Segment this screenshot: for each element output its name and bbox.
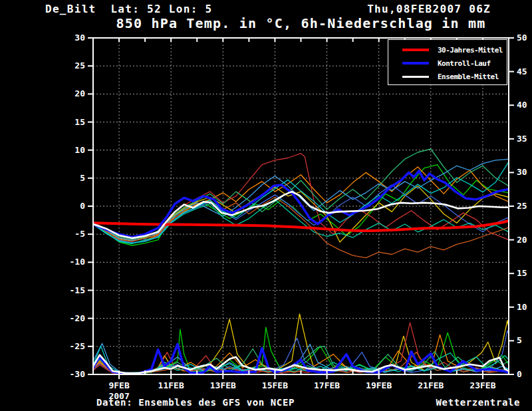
series-member-cyan — [93, 162, 509, 243]
legend-item: 30-Jahres-Mittel — [388, 43, 507, 57]
legend-label: Kontroll-Lauf — [438, 59, 491, 68]
axis-tick-label: -20 — [70, 313, 86, 323]
axis-tick-label: 25 — [74, 61, 85, 70]
series-member-seagreen — [93, 149, 509, 239]
legend-label: 30-Jahres-Mittel — [438, 46, 503, 55]
axis-tick-label: 20 — [517, 235, 527, 245]
axis-tick-label: 15 — [74, 117, 85, 127]
legend-swatch-2 — [402, 62, 429, 65]
axis-tick-label: 13FEB — [210, 380, 236, 390]
axis-tick-label: -30 — [70, 369, 86, 379]
axis-tick-label: 35 — [517, 134, 527, 144]
legend-item: Kontroll-Lauf — [388, 57, 507, 70]
axis-tick-label: 30 — [74, 33, 85, 43]
axis-tick-label: 45 — [517, 67, 527, 76]
axis-tick-label: 15FEB — [262, 380, 288, 390]
series-lines — [93, 149, 509, 374]
axis-tick-label: 15 — [517, 268, 527, 278]
axis-tick-label: -10 — [70, 257, 86, 267]
legend-item: Ensemble-Mittel — [388, 70, 507, 83]
axis-tick-label: 21FEB — [418, 380, 444, 390]
axis-tick-label: 50 — [517, 33, 527, 43]
brand-footer: Wetterzentrale — [436, 397, 520, 408]
axis-tick-label: 30 — [517, 167, 527, 177]
legend-label: Ensemble-Mittel — [438, 72, 499, 81]
axis-tick-label: 17FEB — [314, 380, 340, 390]
axis-tick-label: 20 — [74, 88, 85, 98]
axis-tick-label: 10 — [517, 302, 527, 312]
axis-tick-label: 25 — [517, 201, 527, 211]
axis-tick-label: 0 — [517, 369, 522, 379]
axis-tick-label: 9FEB — [108, 380, 129, 390]
legend-swatch-1 — [402, 49, 429, 51]
legend-swatch-3 — [402, 76, 429, 78]
chart-legend: 30-Jahres-MittelKontroll-LaufEnsemble-Mi… — [388, 39, 507, 85]
axis-tick-label: 23FEB — [469, 380, 495, 390]
axis-tick-label: 0 — [80, 201, 85, 211]
chart-title: 850 hPa Temp. in °C, 6h-Niederschlag in … — [93, 15, 509, 31]
run-datetime-header: Thu,08FEB2007 06Z — [367, 3, 491, 15]
axis-tick-label: 5 — [80, 173, 85, 183]
axis-tick-label: 10 — [74, 145, 85, 155]
axis-tick-label: 5 — [517, 335, 522, 345]
axis-tick-label: 19FEB — [366, 380, 392, 390]
axis-tick-label: -25 — [70, 341, 85, 351]
axis-tick-label: -5 — [74, 229, 85, 239]
station-header: De_Bilt Lat: 52 Lon: 5 — [45, 3, 212, 15]
axis-tick-label: 40 — [517, 100, 527, 110]
axis-tick-label: 11FEB — [158, 380, 184, 390]
meteogram-screen: 302520151050-5-10-15-20-25-3050454035302… — [0, 0, 532, 411]
axis-tick-label: -15 — [70, 285, 85, 295]
data-source-footer: Daten: Ensembles des GFS von NCEP — [96, 397, 295, 408]
